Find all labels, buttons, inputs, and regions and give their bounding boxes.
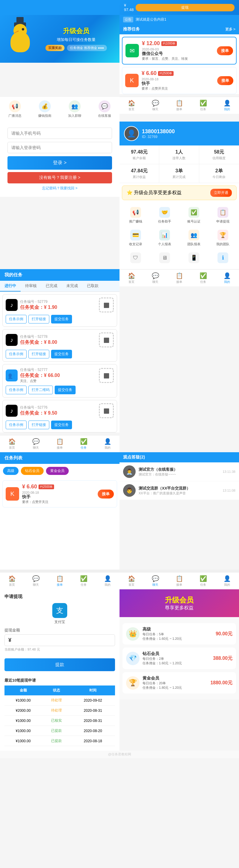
- phone-input[interactable]: [7, 128, 112, 139]
- tab-completed[interactable]: 已完成: [41, 281, 62, 291]
- nav-order-r3[interactable]: 📋 接单: [176, 575, 183, 587]
- nav-profile-l2[interactable]: 👤 我的: [104, 575, 112, 587]
- tab-withdrawn[interactable]: 已取款: [83, 281, 103, 291]
- forgot-password-link[interactable]: 忘记密码？我要找回 >: [7, 186, 112, 191]
- feature-info[interactable]: ℹ: [209, 249, 238, 268]
- nav-group[interactable]: 👥 加入群聊: [68, 100, 81, 118]
- recommend-tasks-section: 推荐任务 更多 > ✉ ¥ 12.00 约1000单 2020-09-03 微信…: [119, 24, 239, 94]
- order-icon-l: 📋: [56, 438, 64, 445]
- feature-personal-report[interactable]: 📊 个人报表: [150, 227, 180, 249]
- task1-id: 任务编号 - 52779: [20, 299, 57, 304]
- broadcast-icon: 📢: [9, 100, 21, 112]
- nav-order-l2[interactable]: 📋 接单: [56, 575, 64, 587]
- nav-task-r[interactable]: ✅ 任务: [200, 99, 207, 112]
- stat-total-income: 47.84元 累计收益: [119, 164, 159, 183]
- task2-link-btn[interactable]: 打开链接: [28, 350, 49, 359]
- password-input[interactable]: [7, 142, 112, 153]
- task2-example-btn[interactable]: 任务示例: [6, 350, 27, 359]
- chat-avatar-1: 👨‍💼: [123, 465, 136, 478]
- alipay-selector[interactable]: 支 支付宝: [4, 603, 115, 625]
- home-label-l: 首页: [9, 446, 15, 450]
- feature-withdraw-apply[interactable]: 📋 申请提现: [209, 204, 238, 227]
- vip-tier-advanced[interactable]: 👑 高级 每日任务：5单 任务佣金：1.60元 ~ 1.20元 90.00元: [122, 623, 236, 645]
- nav-chat-l2[interactable]: 💬 聊天: [32, 575, 40, 587]
- withdraw-submit-btn[interactable]: 提款: [4, 658, 115, 671]
- task1-date: 2020-09-03: [142, 48, 214, 51]
- filter-diamond[interactable]: 钻石会员: [21, 467, 43, 475]
- history-row-3: ¥1000.00 已核实 2020-08-31: [4, 716, 115, 726]
- feature-shield[interactable]: 🛡: [121, 249, 150, 268]
- nav-chat-l[interactable]: 💬 聊天: [32, 438, 40, 450]
- nav-task-l2[interactable]: ✅ 任务: [80, 575, 88, 587]
- task1-grab-button[interactable]: 接单: [217, 46, 233, 55]
- feature-promote[interactable]: 📢 推广赚钱: [121, 204, 150, 227]
- task4-example-btn[interactable]: 任务示例: [6, 421, 27, 429]
- task-r3-label: 任务: [200, 583, 206, 587]
- task4-link-btn[interactable]: 打开链接: [28, 421, 49, 429]
- vip-tier-gold[interactable]: 🏆 黄金会员 每日任务：20单 任务佣金：1.80元 ~ 1.20元 1880.…: [122, 672, 236, 693]
- task3-qr-btn[interactable]: 打开二维码: [28, 385, 53, 394]
- task-list-grab-btn[interactable]: 接单: [98, 490, 114, 498]
- feature-mobile[interactable]: 📱: [179, 249, 209, 268]
- stat-credit-value: 58元: [202, 149, 236, 155]
- withdraw-button[interactable]: 提现: [136, 4, 235, 11]
- nav-profile-r3[interactable]: 👤 我的: [223, 575, 231, 587]
- chat-item-1[interactable]: 👨‍💼 测试官方（在线客服） 测试官方：在线答疑~~~~ 13:11:38: [119, 462, 239, 481]
- alipay-label: 支付宝: [54, 619, 65, 625]
- task-l2-label: 任务: [81, 583, 87, 587]
- nav-home-l2[interactable]: 🏠 首页: [8, 575, 16, 587]
- nav-service[interactable]: 💬 在线客服: [98, 100, 111, 118]
- vip-tier-diamond[interactable]: 💎 钻石会员 每日任务：2单 任务佣金：1.60元 ~ 1.20元 388.00…: [122, 648, 236, 669]
- nav-chat-r2[interactable]: 💬 聊天: [152, 272, 159, 284]
- nav-broadcast[interactable]: 📢 广播消息: [8, 100, 22, 118]
- task1-link-btn[interactable]: 打开链接: [28, 315, 49, 323]
- nav-order-r2[interactable]: 📋 接单: [176, 272, 183, 284]
- feature-my-team[interactable]: 🏆 我的团队: [209, 227, 238, 249]
- nav-home-r2[interactable]: 🏠 首页: [128, 272, 135, 284]
- vip-subtitle: 尊享更多权益: [125, 605, 233, 611]
- nav-profile-r2[interactable]: 👤 我的: [223, 272, 231, 284]
- nav-profile-l[interactable]: 👤 我的: [104, 438, 112, 450]
- vip-upgrade-text: ⭐ 升级会员享受更多权益: [127, 190, 182, 196]
- feature-verify[interactable]: ✅ 账号认证: [179, 204, 209, 227]
- task1-example-btn[interactable]: 任务示例: [6, 315, 27, 323]
- tab-incomplete[interactable]: 未完成: [62, 281, 83, 291]
- nav-home-r3[interactable]: 🏠 首页: [128, 575, 135, 587]
- nav-chat-r3[interactable]: 💬 聊天: [152, 575, 159, 587]
- filter-gold[interactable]: 黄金会员: [46, 467, 69, 475]
- nav-home-l[interactable]: 🏠 首页: [8, 438, 16, 450]
- nav-profile-r[interactable]: 👤 我的: [223, 99, 231, 112]
- vip-diamond-commission: 任务佣金：1.60元 ~ 1.20元: [143, 661, 210, 665]
- vip-upgrade-button[interactable]: 立即开通: [210, 189, 232, 197]
- feature-assistant[interactable]: 🤝 任务助手: [150, 204, 180, 227]
- profile-r3-label: 我的: [224, 583, 230, 587]
- task3-example-btn[interactable]: 任务示例: [6, 385, 27, 394]
- chat-preview-2: XX平台：推广的直接接久是声音: [139, 491, 219, 496]
- feature-desktop[interactable]: 🖥: [150, 249, 180, 268]
- feature-team-report[interactable]: 👥 团队报表: [179, 227, 209, 249]
- nav-guide[interactable]: 💰 赚钱指南: [38, 100, 51, 118]
- register-button[interactable]: 没有账号？我要注册 >: [7, 172, 112, 183]
- tab-reviewing[interactable]: 待审核: [21, 281, 41, 291]
- filter-advanced[interactable]: 高级: [3, 467, 19, 475]
- nav-task-l[interactable]: ✅ 任务: [80, 438, 88, 450]
- nav-home-r[interactable]: 🏠 首页: [128, 99, 135, 112]
- nav-chat-r[interactable]: 💬 聊天: [152, 99, 159, 112]
- home-icon-r: 🏠: [128, 99, 135, 106]
- nav-task-r2[interactable]: ✅ 任务: [200, 272, 207, 284]
- task2-submit-btn[interactable]: 提交任务: [51, 350, 72, 359]
- login-button[interactable]: 登录 >: [7, 156, 112, 169]
- task3-submit-btn[interactable]: 提交任务: [55, 385, 76, 394]
- chat-item-2[interactable]: 👨 测试交流群（XX平台交流群） XX平台：推广的直接接久是声音 13:11:0…: [119, 481, 239, 500]
- nav-order-l[interactable]: 📋 接单: [56, 438, 64, 450]
- recommend-tasks-more[interactable]: 更多 >: [225, 27, 235, 32]
- feature-income[interactable]: 💳 收支记录: [121, 227, 150, 249]
- nav-task-r3[interactable]: ✅ 任务: [200, 575, 207, 587]
- task4-submit-btn[interactable]: 提交任务: [51, 421, 72, 429]
- amount-field[interactable]: [13, 638, 111, 643]
- recommend-tasks-title: 推荐任务: [123, 27, 140, 32]
- tab-inprogress[interactable]: 进行中: [0, 281, 21, 291]
- task1-submit-btn[interactable]: 提交任务: [51, 315, 72, 323]
- task2-grab-button[interactable]: 接单: [217, 76, 233, 85]
- nav-order-r[interactable]: 📋 接单: [176, 99, 183, 112]
